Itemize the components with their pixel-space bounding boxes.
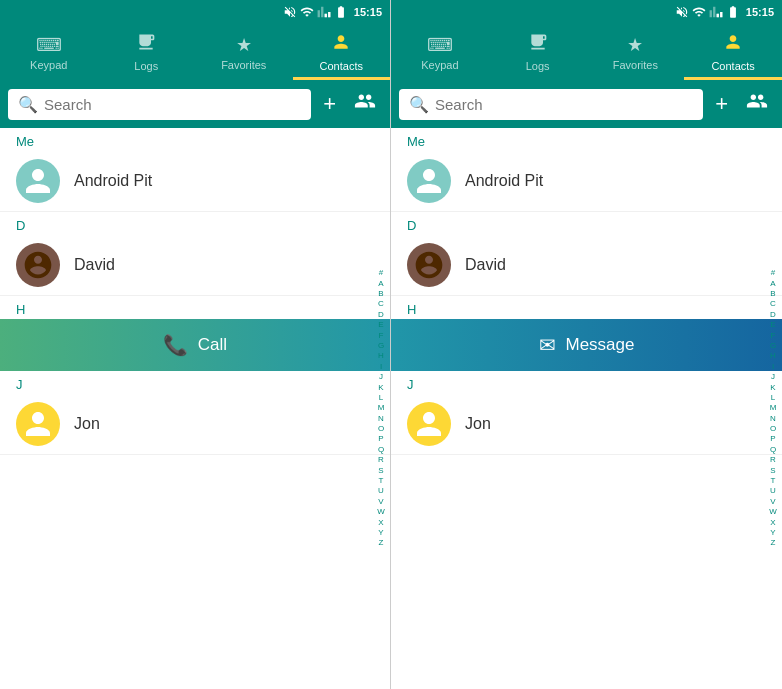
tab-contacts-right[interactable]: Contacts [684, 24, 782, 80]
battery-icon-right [726, 5, 740, 19]
mute-icon-right [675, 5, 689, 19]
logs-icon-right [528, 32, 548, 57]
search-bar-left: 🔍 + [0, 80, 390, 128]
tab-bar-left: ⌨ Keypad Logs ★ Favorites Contacts [0, 24, 390, 80]
search-input-left[interactable] [44, 96, 301, 113]
tab-contacts-label-right: Contacts [711, 60, 754, 72]
signal-icon-right [709, 5, 723, 19]
message-action-bar[interactable]: ✉ Message [391, 319, 782, 371]
david-name-right: David [465, 256, 506, 274]
time-left: 15:15 [354, 6, 382, 18]
battery-icon [334, 5, 348, 19]
contacts-group-button-left[interactable] [348, 88, 382, 120]
jon-name-left: Jon [74, 415, 100, 433]
section-d-right: D [391, 212, 782, 235]
tab-keypad-label-left: Keypad [30, 59, 67, 71]
jon-avatar-right [407, 402, 451, 446]
jon-row-left[interactable]: Jon [0, 394, 390, 455]
tab-logs-label-left: Logs [134, 60, 158, 72]
contacts-icon-left [331, 32, 351, 57]
alpha-index-right: # A B C D E F G H I J K L M N O P Q R S … [764, 128, 782, 689]
search-wrapper-left[interactable]: 🔍 [8, 89, 311, 120]
wifi-icon [300, 5, 314, 19]
status-icons-right [675, 5, 740, 19]
keypad-icon-right: ⌨ [427, 34, 453, 56]
add-contact-button-right[interactable]: + [709, 89, 734, 119]
david-row-left[interactable]: David [0, 235, 390, 296]
jon-avatar-left [16, 402, 60, 446]
android-pit-name-left: Android Pit [74, 172, 152, 190]
search-wrapper-right[interactable]: 🔍 [399, 89, 703, 120]
me-label-left: Me [0, 128, 390, 151]
left-panel: 15:15 ⌨ Keypad Logs ★ Favorites Contacts… [0, 0, 391, 689]
right-panel: 15:15 ⌨ Keypad Logs ★ Favorites Contacts… [391, 0, 782, 689]
tab-keypad-label-right: Keypad [421, 59, 458, 71]
add-contact-button-left[interactable]: + [317, 89, 342, 119]
call-icon: 📞 [163, 333, 188, 357]
section-j-right: J [391, 371, 782, 394]
tab-bar-right: ⌨ Keypad Logs ★ Favorites Contacts [391, 24, 782, 80]
android-pit-row-right[interactable]: Android Pit [391, 151, 782, 212]
status-icons-left [283, 5, 348, 19]
android-pit-name-right: Android Pit [465, 172, 543, 190]
contacts-list-right: Me Android Pit D David H ✉ Message J Jon [391, 128, 782, 689]
mute-icon [283, 5, 297, 19]
david-row-right[interactable]: David [391, 235, 782, 296]
tab-contacts-label-left: Contacts [320, 60, 363, 72]
keypad-icon-left: ⌨ [36, 34, 62, 56]
tab-favorites-label-left: Favorites [221, 59, 266, 71]
call-label: Call [198, 335, 227, 355]
time-right: 15:15 [746, 6, 774, 18]
android-pit-row-left[interactable]: Android Pit [0, 151, 390, 212]
contacts-icon-right [723, 32, 743, 57]
favorites-icon-left: ★ [236, 34, 252, 56]
me-label-right: Me [391, 128, 782, 151]
status-bar-left: 15:15 [0, 0, 390, 24]
section-h-left: H [0, 296, 390, 319]
signal-icon [317, 5, 331, 19]
tab-contacts-left[interactable]: Contacts [293, 24, 391, 80]
logs-icon-left [136, 32, 156, 57]
favorites-icon-right: ★ [627, 34, 643, 56]
jon-row-right[interactable]: Jon [391, 394, 782, 455]
status-bar-right: 15:15 [391, 0, 782, 24]
call-action-bar[interactable]: 📞 Call [0, 319, 390, 371]
android-pit-avatar-left [16, 159, 60, 203]
tab-logs-label-right: Logs [526, 60, 550, 72]
tab-favorites-right[interactable]: ★ Favorites [587, 24, 685, 80]
tab-keypad-right[interactable]: ⌨ Keypad [391, 24, 489, 80]
section-j-left: J [0, 371, 390, 394]
search-input-right[interactable] [435, 96, 693, 113]
message-icon: ✉ [539, 333, 556, 357]
jon-name-right: Jon [465, 415, 491, 433]
tab-keypad-left[interactable]: ⌨ Keypad [0, 24, 98, 80]
tab-logs-left[interactable]: Logs [98, 24, 196, 80]
tab-logs-right[interactable]: Logs [489, 24, 587, 80]
contacts-group-button-right[interactable] [740, 88, 774, 120]
message-label: Message [566, 335, 635, 355]
search-bar-right: 🔍 + [391, 80, 782, 128]
david-avatar-right [407, 243, 451, 287]
search-icon-left: 🔍 [18, 95, 38, 114]
david-avatar-left [16, 243, 60, 287]
david-name-left: David [74, 256, 115, 274]
contacts-list-left: Me Android Pit D David H 📞 Call J Jon [0, 128, 390, 689]
wifi-icon-right [692, 5, 706, 19]
android-pit-avatar-right [407, 159, 451, 203]
section-h-right: H [391, 296, 782, 319]
search-icon-right: 🔍 [409, 95, 429, 114]
alpha-index-left: # A B C D E F G H I J K L M N O P Q R S … [372, 128, 390, 689]
section-d-left: D [0, 212, 390, 235]
tab-favorites-label-right: Favorites [613, 59, 658, 71]
tab-favorites-left[interactable]: ★ Favorites [195, 24, 293, 80]
